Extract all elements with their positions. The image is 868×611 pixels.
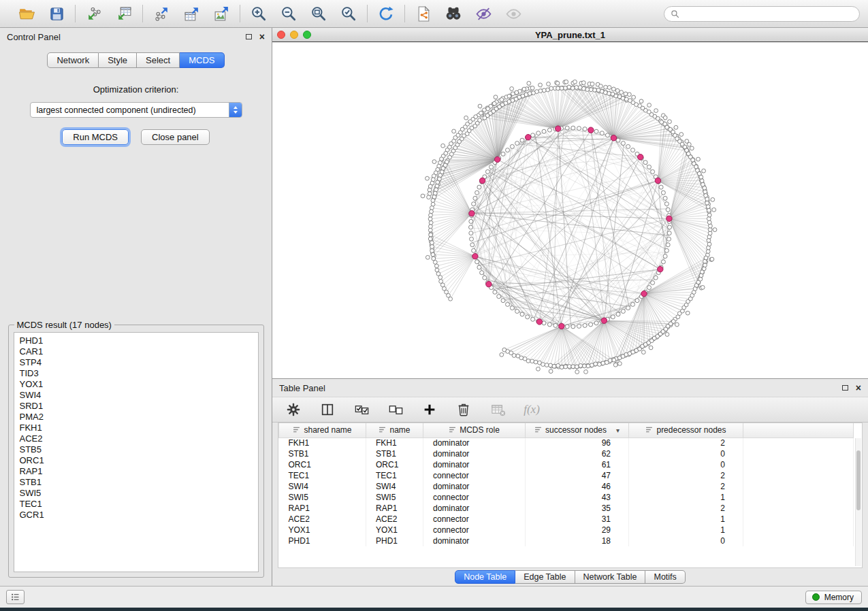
network-canvas[interactable] [272, 42, 868, 378]
column-header-shared-name[interactable]: shared name [279, 423, 366, 437]
refresh-icon[interactable] [376, 3, 396, 24]
table-row[interactable]: SWI5SWI5connector431 [279, 492, 854, 503]
cell-name[interactable]: TEC1 [366, 470, 423, 481]
cell-successors[interactable]: 31 [526, 514, 629, 525]
zoom-in-icon[interactable] [248, 3, 269, 24]
table-row[interactable]: FKH1FKH1dominator962 [279, 437, 854, 448]
cell-shared_name[interactable]: TEC1 [279, 470, 366, 481]
cell-successors[interactable]: 46 [526, 481, 629, 492]
close-table-panel-icon[interactable]: × [856, 384, 861, 391]
search-field[interactable] [664, 6, 860, 22]
table-settings-gear-icon[interactable] [285, 401, 302, 418]
cell-name[interactable]: SWI5 [366, 492, 423, 503]
cell-successors[interactable]: 43 [526, 492, 629, 503]
cell-name[interactable]: PHD1 [366, 535, 423, 546]
cell-name[interactable]: ORC1 [366, 459, 423, 470]
cell-predecessors[interactable]: 2 [629, 437, 743, 448]
import-network-icon[interactable] [84, 3, 104, 24]
cell-role[interactable]: connector [423, 525, 526, 535]
table-row[interactable]: PHD1PHD1dominator180 [279, 535, 854, 546]
memory-button[interactable]: Memory [805, 591, 862, 604]
column-header-name[interactable]: name [366, 423, 423, 437]
cell-role[interactable]: dominator [423, 448, 526, 459]
mcds-result-item[interactable]: TEC1 [20, 499, 253, 510]
export-image-icon[interactable] [211, 3, 231, 24]
cell-predecessors[interactable]: 1 [629, 525, 743, 535]
mcds-result-item[interactable]: FKH1 [20, 423, 253, 433]
cell-successors[interactable]: 62 [526, 448, 629, 459]
mcds-result-item[interactable]: YOX1 [20, 379, 253, 390]
tab-motifs[interactable]: Motifs [645, 570, 685, 584]
mcds-result-item[interactable]: PHD1 [20, 335, 253, 346]
cell-predecessors[interactable]: 0 [629, 535, 743, 546]
unselect-all-columns-icon[interactable] [387, 401, 404, 418]
cell-successors[interactable]: 61 [526, 459, 629, 470]
cell-shared_name[interactable]: PHD1 [279, 535, 366, 546]
cell-shared_name[interactable]: ORC1 [279, 459, 366, 470]
close-window-icon[interactable] [277, 31, 285, 39]
cell-role[interactable]: dominator [423, 535, 526, 546]
cell-predecessors[interactable]: 1 [629, 514, 743, 525]
table-row[interactable]: RAP1RAP1dominator352 [279, 503, 854, 514]
cell-shared_name[interactable]: SWI5 [279, 492, 366, 503]
cell-successors[interactable]: 35 [526, 503, 629, 514]
show-graphics-details-icon[interactable] [503, 3, 524, 24]
cell-successors[interactable]: 47 [526, 470, 629, 481]
cell-name[interactable]: RAP1 [366, 503, 423, 514]
cell-name[interactable]: STB1 [366, 448, 423, 459]
float-panel-icon[interactable] [246, 34, 252, 39]
tab-select[interactable]: Select [137, 52, 180, 68]
mcds-result-list[interactable]: PHD1CAR1STP4TID3YOX1SWI4SRD1PMA2FKH1ACE2… [14, 332, 259, 572]
network-titlebar[interactable]: YPA_prune.txt_1 [272, 28, 868, 42]
cell-successors[interactable]: 96 [526, 437, 629, 448]
mcds-result-item[interactable]: RAP1 [20, 466, 253, 477]
cell-predecessors[interactable]: 2 [629, 470, 743, 481]
tab-network[interactable]: Network [47, 52, 99, 68]
zoom-selected-icon[interactable] [338, 3, 359, 24]
table-scrollbar[interactable] [855, 438, 861, 566]
add-column-icon[interactable] [421, 401, 438, 418]
zoom-fit-icon[interactable] [308, 3, 329, 24]
delete-column-icon[interactable] [455, 401, 472, 418]
run-mcds-button[interactable]: Run MCDS [62, 129, 129, 145]
mcds-result-item[interactable]: SWI5 [20, 488, 253, 499]
table-row[interactable]: ORC1ORC1dominator610 [279, 459, 854, 470]
close-panel-icon[interactable]: × [259, 33, 265, 40]
cell-shared_name[interactable]: FKH1 [279, 437, 366, 448]
zoom-out-icon[interactable] [278, 3, 299, 24]
search-input[interactable] [684, 8, 853, 19]
cell-name[interactable]: ACE2 [366, 514, 423, 525]
search-binoculars-icon[interactable] [443, 3, 464, 24]
cell-predecessors[interactable]: 2 [629, 503, 743, 514]
cell-name[interactable]: FKH1 [366, 437, 423, 448]
column-header-MCDS-role[interactable]: MCDS role [423, 423, 526, 437]
mcds-result-item[interactable]: STB5 [20, 444, 253, 455]
show-columns-icon[interactable] [319, 401, 336, 418]
tab-node-table[interactable]: Node Table [455, 570, 515, 584]
open-folder-icon[interactable] [16, 3, 37, 24]
float-table-panel-icon[interactable] [842, 385, 848, 391]
export-table-icon[interactable] [181, 3, 202, 24]
tab-edge-table[interactable]: Edge Table [515, 570, 575, 584]
cell-successors[interactable]: 29 [526, 525, 629, 535]
minimize-window-icon[interactable] [290, 31, 298, 39]
mcds-result-item[interactable]: ORC1 [20, 455, 253, 466]
delete-table-icon[interactable] [489, 401, 507, 418]
criterion-dropdown[interactable]: largest connected component (undirected) [30, 102, 242, 118]
hide-graphics-details-icon[interactable] [473, 3, 494, 24]
export-network-icon[interactable] [151, 3, 172, 24]
cell-role[interactable]: connector [423, 492, 526, 503]
mcds-result-item[interactable]: GCR1 [20, 510, 253, 521]
mcds-result-item[interactable]: SRD1 [20, 401, 253, 412]
mcds-result-item[interactable]: SWI4 [20, 390, 253, 401]
cell-predecessors[interactable]: 0 [629, 459, 743, 470]
table-row[interactable]: SWI4SWI4dominator462 [279, 481, 854, 492]
import-table-icon[interactable] [114, 3, 134, 24]
cell-role[interactable]: dominator [423, 503, 526, 514]
cell-shared_name[interactable]: STB1 [279, 448, 366, 459]
network-graph[interactable] [272, 42, 868, 378]
cell-role[interactable]: dominator [423, 459, 526, 470]
cell-predecessors[interactable]: 1 [629, 492, 743, 503]
cell-shared_name[interactable]: ACE2 [279, 514, 366, 525]
task-history-icon[interactable] [6, 590, 25, 604]
